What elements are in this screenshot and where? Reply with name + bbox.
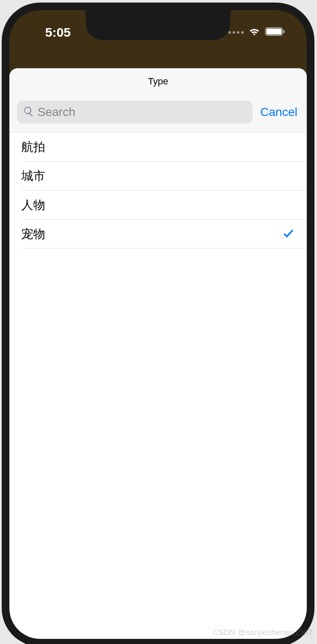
status-time: 5:05 <box>45 25 71 40</box>
cancel-button[interactable]: Cancel <box>259 105 299 119</box>
type-list: 航拍 城市 人物 宠物 <box>9 133 307 249</box>
svg-rect-1 <box>266 29 282 35</box>
list-item-label: 人物 <box>21 197 45 213</box>
modal-header: Type Cancel <box>9 68 307 133</box>
search-field-container[interactable] <box>17 101 253 124</box>
list-item[interactable]: 航拍 <box>9 133 307 162</box>
checkmark-icon <box>282 227 295 241</box>
svg-rect-2 <box>283 30 285 33</box>
list-item[interactable]: 宠物 <box>9 220 307 249</box>
list-item[interactable]: 城市 <box>9 162 307 191</box>
search-input[interactable] <box>37 105 247 119</box>
screen: 5:05 Type <box>9 10 307 639</box>
list-item-label: 城市 <box>21 168 45 184</box>
search-row: Cancel <box>9 95 307 133</box>
modal-sheet: Type Cancel 航拍 城市 <box>9 68 307 639</box>
status-indicators <box>228 27 285 38</box>
list-item-label: 宠物 <box>21 226 45 242</box>
device-frame: 5:05 Type <box>2 3 314 644</box>
device-notch <box>86 10 231 40</box>
list-item[interactable]: 人物 <box>9 191 307 220</box>
list-item-label: 航拍 <box>21 139 45 155</box>
watermark: CSDN @sanjieshenwu1987 <box>213 628 313 637</box>
wifi-icon <box>248 27 261 38</box>
search-icon <box>23 106 34 119</box>
battery-icon <box>265 27 285 38</box>
cellular-dots-icon <box>228 31 244 34</box>
modal-title: Type <box>9 76 307 95</box>
